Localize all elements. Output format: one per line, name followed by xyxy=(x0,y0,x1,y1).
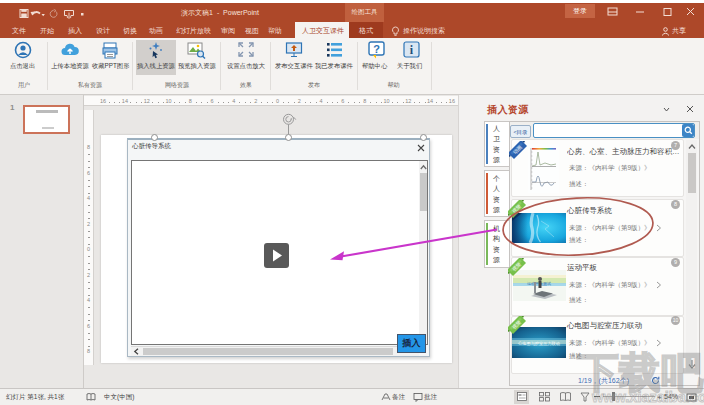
svg-text:?: ? xyxy=(373,43,380,55)
svg-text:心电图与腔室压力联动: 心电图与腔室压力联动 xyxy=(517,341,560,346)
